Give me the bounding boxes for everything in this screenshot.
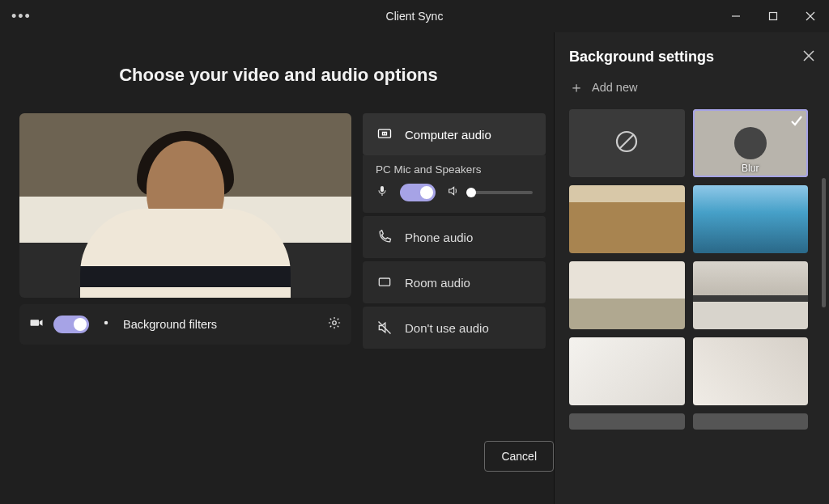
pre-join-pane: Choose your video and audio options	[0, 32, 554, 504]
none-icon	[614, 129, 639, 157]
speaker-icon	[447, 184, 460, 201]
audio-option-label: Phone audio	[405, 231, 473, 244]
video-controls-bar: Background filters	[19, 304, 351, 345]
mic-toggle[interactable]	[400, 184, 436, 201]
titlebar: ••• Client Sync	[0, 0, 829, 32]
svg-point-5	[333, 321, 337, 325]
minimize-button[interactable]	[717, 0, 755, 32]
background-tile-none[interactable]	[569, 109, 685, 177]
video-column: Background filters	[19, 113, 351, 349]
phone-audio-icon	[376, 229, 393, 245]
volume-slider[interactable]	[471, 191, 533, 194]
audio-option-none[interactable]: Don't use audio	[363, 307, 546, 349]
computer-audio-icon	[376, 126, 393, 142]
sidebar-scrollbar[interactable]	[822, 178, 826, 307]
background-tile[interactable]	[569, 261, 685, 329]
background-tile-label: Blur	[693, 163, 809, 174]
room-audio-icon	[376, 274, 393, 290]
camera-toggle[interactable]	[53, 316, 89, 333]
add-new-background-button[interactable]: ＋ Add new	[569, 80, 814, 95]
more-menu-button[interactable]: •••	[0, 8, 43, 25]
background-tile[interactable]	[569, 413, 685, 430]
audio-option-computer[interactable]: Computer audio	[363, 113, 546, 155]
close-window-button[interactable]	[792, 0, 829, 32]
svg-rect-1	[770, 13, 777, 20]
background-filters-button[interactable]: Background filters	[123, 318, 217, 331]
effects-icon	[99, 316, 113, 333]
no-audio-icon	[376, 320, 393, 336]
sidebar-close-button[interactable]	[803, 50, 814, 65]
avatar-placeholder-icon	[734, 127, 767, 159]
cancel-button[interactable]: Cancel	[484, 441, 554, 472]
add-new-label: Add new	[592, 81, 637, 94]
maximize-button[interactable]	[755, 0, 792, 32]
audio-device-label: PC Mic and Speakers	[376, 163, 533, 176]
window-title: Client Sync	[0, 10, 829, 23]
computer-audio-details: PC Mic and Speakers	[363, 155, 546, 213]
camera-icon	[29, 316, 44, 333]
background-tile[interactable]	[569, 185, 685, 253]
video-preview	[19, 113, 351, 298]
device-settings-button[interactable]	[327, 316, 342, 333]
background-tile[interactable]	[693, 261, 809, 329]
background-settings-panel: Background settings ＋ Add new Blur	[554, 32, 829, 504]
mic-icon	[376, 184, 389, 201]
audio-column: Computer audio PC Mic and Speakers	[363, 113, 546, 349]
sidebar-title: Background settings	[569, 49, 714, 66]
audio-option-label: Don't use audio	[405, 321, 489, 335]
selected-check-icon	[790, 114, 803, 127]
audio-option-room[interactable]: Room audio	[363, 261, 546, 303]
background-tile[interactable]	[693, 337, 809, 405]
svg-rect-7	[380, 186, 384, 192]
background-tile[interactable]	[693, 185, 809, 253]
background-grid: Blur	[569, 109, 814, 430]
background-tile[interactable]	[569, 337, 685, 405]
window-controls	[717, 0, 829, 32]
plus-icon: ＋	[569, 80, 584, 95]
svg-point-4	[104, 321, 108, 325]
svg-rect-8	[379, 278, 389, 286]
background-tile[interactable]	[693, 413, 809, 430]
svg-line-13	[619, 134, 634, 149]
audio-option-phone[interactable]: Phone audio	[363, 216, 546, 258]
page-heading: Choose your video and audio options	[19, 65, 538, 86]
background-tile-blur[interactable]: Blur	[693, 109, 809, 177]
audio-option-label: Room audio	[405, 276, 470, 290]
audio-option-label: Computer audio	[405, 128, 491, 142]
